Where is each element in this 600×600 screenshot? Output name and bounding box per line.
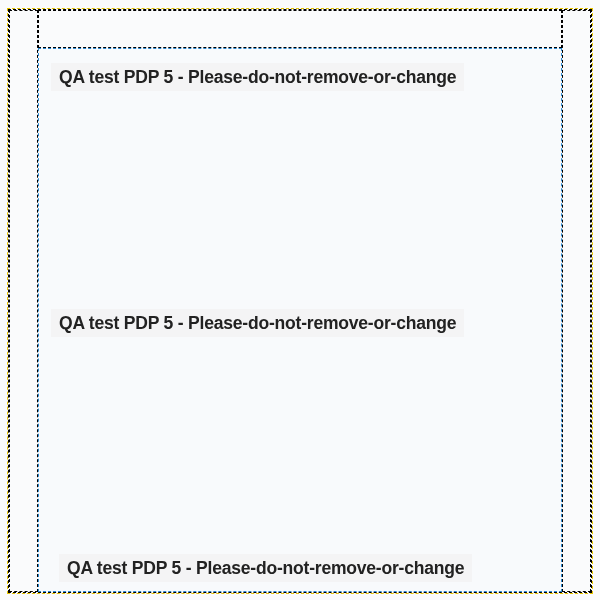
main-content-panel: QA test PDP 5 - Please-do-not-remove-or-… <box>38 48 562 592</box>
qa-label-3: QA test PDP 5 - Please-do-not-remove-or-… <box>59 554 472 582</box>
qa-label-2: QA test PDP 5 - Please-do-not-remove-or-… <box>51 309 464 337</box>
guide-column-left <box>9 10 38 592</box>
guide-top-row <box>38 10 562 48</box>
qa-label-1: QA test PDP 5 - Please-do-not-remove-or-… <box>51 63 464 91</box>
guide-column-right <box>562 10 591 592</box>
